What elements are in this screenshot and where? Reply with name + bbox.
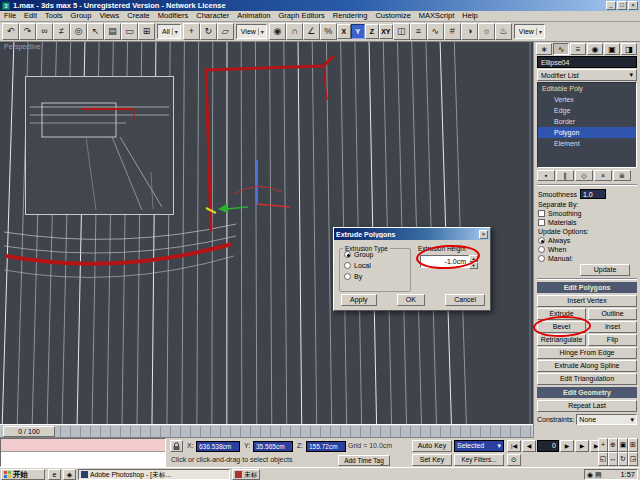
select-by-name-icon[interactable]: ▤ <box>104 23 121 40</box>
time-configuration-icon[interactable]: ⊙ <box>507 454 521 466</box>
ok-button[interactable]: OK <box>397 294 425 306</box>
axis-x-button[interactable]: X <box>337 24 351 39</box>
dialog-close-icon[interactable]: × <box>479 230 488 239</box>
tab-hierarchy-icon[interactable]: ≡ <box>570 43 586 55</box>
bind-to-space-warp-icon[interactable]: ◎ <box>70 23 87 40</box>
field-of-view-icon[interactable]: ◱ <box>598 452 608 466</box>
listener-script-line[interactable] <box>1 452 165 466</box>
viewport-label[interactable]: Perspective <box>4 43 41 50</box>
time-slider-track[interactable]: 0 / 100 <box>1 426 531 437</box>
radio-always[interactable] <box>538 237 545 244</box>
previous-frame-icon[interactable]: ◀ <box>522 440 536 452</box>
set-key-button[interactable]: Set Key <box>412 454 452 466</box>
y-coordinate-field[interactable]: 35.565cm <box>253 441 293 452</box>
redo-icon[interactable]: ↷ <box>19 23 36 40</box>
tab-utilities-icon[interactable]: ◨ <box>621 43 637 55</box>
reference-coordinate-dropdown[interactable]: View▾ <box>236 24 267 39</box>
dialog-radio-local[interactable] <box>344 262 351 269</box>
curve-editor-icon[interactable]: ∿ <box>427 23 444 40</box>
menu-edit[interactable]: Edit <box>20 11 41 21</box>
stack-item-vertex[interactable]: Vertex <box>538 94 636 105</box>
rectangular-selection-region-icon[interactable]: ▭ <box>121 23 138 40</box>
current-frame-field[interactable]: 0 <box>537 440 559 452</box>
configure-modifier-sets-icon[interactable]: ≣ <box>613 170 631 181</box>
window-crossing-toggle-icon[interactable]: ⊞ <box>138 23 155 40</box>
menu-customize[interactable]: Customize <box>371 11 414 21</box>
pin-stack-icon[interactable]: ▪ <box>537 170 555 181</box>
menu-views[interactable]: Views <box>95 11 123 21</box>
stack-item-border[interactable]: Border <box>538 116 636 127</box>
axis-xy-button[interactable]: XY <box>379 24 393 39</box>
quick-render-icon[interactable]: ♨ <box>495 23 512 40</box>
menu-rendering[interactable]: Rendering <box>329 11 372 21</box>
quick-launch-desktop-icon[interactable]: ◈ <box>63 469 76 480</box>
snap-toggle-icon[interactable]: ∩ <box>286 23 303 40</box>
select-and-move-icon[interactable]: + <box>183 23 200 40</box>
dialog-radio-by[interactable] <box>344 273 351 280</box>
menu-animation[interactable]: Animation <box>233 11 274 21</box>
schematic-view-icon[interactable]: # <box>444 23 461 40</box>
menu-create[interactable]: Create <box>123 11 154 21</box>
dialog-title-bar[interactable]: Extrude Polygons × <box>334 228 490 240</box>
material-editor-icon[interactable]: ◑ <box>461 23 478 40</box>
retriangulate-button[interactable]: Retriangulate <box>537 334 586 346</box>
outline-button[interactable]: Outline <box>588 308 637 320</box>
close-button[interactable]: × <box>628 1 638 10</box>
use-center-icon[interactable]: ◉ <box>269 23 286 40</box>
go-to-start-icon[interactable]: |◀ <box>507 440 521 452</box>
axis-y-button[interactable]: Y <box>351 24 365 39</box>
key-mode-dropdown[interactable]: Selected ▾ <box>454 440 504 452</box>
edit-triangulation-button[interactable]: Edit Triangulation <box>537 373 637 385</box>
make-unique-icon[interactable]: ◇ <box>575 170 593 181</box>
percent-snap-icon[interactable]: % <box>320 23 337 40</box>
render-type-dropdown[interactable]: View▾ <box>514 24 545 39</box>
tray-ime-icon[interactable]: ▤ <box>595 470 602 479</box>
tray-volume-icon[interactable]: ◉ <box>587 470 593 479</box>
pan-icon[interactable]: ↔ <box>608 452 618 466</box>
angle-snap-icon[interactable]: ∠ <box>303 23 320 40</box>
checkbox-materials[interactable] <box>538 219 545 226</box>
object-name-field[interactable]: Ellipse04 <box>537 56 637 68</box>
stack-item-editable-poly[interactable]: Editable Poly <box>538 83 636 94</box>
selection-lock-icon[interactable] <box>170 440 183 452</box>
select-and-link-icon[interactable]: ∞ <box>36 23 53 40</box>
undo-icon[interactable]: ↶ <box>2 23 19 40</box>
stack-item-polygon[interactable]: Polygon <box>538 127 636 138</box>
remove-modifier-icon[interactable]: × <box>594 170 612 181</box>
axis-z-button[interactable]: Z <box>365 24 379 39</box>
apply-button[interactable]: Apply <box>341 294 377 306</box>
radio-when[interactable] <box>538 246 545 253</box>
repeat-last-button[interactable]: Repeat Last <box>537 400 637 412</box>
insert-vertex-button[interactable]: Insert Vertex <box>537 295 637 307</box>
menu-graph-editors[interactable]: Graph Editors <box>275 11 329 21</box>
show-end-result-icon[interactable]: ∥ <box>556 170 574 181</box>
min-max-toggle-icon[interactable]: ◲ <box>628 452 638 466</box>
key-filters-button[interactable]: Key Filters... <box>454 454 504 466</box>
menu-help[interactable]: Help <box>458 11 481 21</box>
taskbar-task-1[interactable]: Adobe Photoshop - [未标... <box>78 469 230 480</box>
next-frame-icon[interactable]: ▶ <box>575 440 589 452</box>
tab-modify-icon[interactable]: ∿ <box>553 43 569 55</box>
dialog-radio-group[interactable] <box>344 251 351 258</box>
minimize-button[interactable]: _ <box>606 1 616 10</box>
quick-launch-ie-icon[interactable]: e <box>48 469 61 480</box>
modifier-list-dropdown[interactable]: Modifier List ▾ <box>537 69 637 81</box>
bevel-button[interactable]: Bevel <box>537 321 586 333</box>
radio-manual[interactable] <box>538 255 545 262</box>
constraints-dropdown[interactable]: None ▾ <box>576 414 637 425</box>
spinner-up-icon[interactable]: ▲ <box>469 255 478 262</box>
select-object-icon[interactable]: ↖ <box>87 23 104 40</box>
update-button[interactable]: Update <box>580 264 630 276</box>
tab-create-icon[interactable]: ∗ <box>536 43 552 55</box>
select-and-scale-icon[interactable]: ▱ <box>217 23 234 40</box>
spinner-down-icon[interactable]: ▼ <box>469 262 478 269</box>
auto-key-button[interactable]: Auto Key <box>412 440 452 452</box>
selection-filter-dropdown[interactable]: All▾ <box>157 24 181 39</box>
checkbox-smoothing[interactable] <box>538 210 545 217</box>
tab-motion-icon[interactable]: ◉ <box>587 43 603 55</box>
align-icon[interactable]: ≡ <box>410 23 427 40</box>
zoom-all-icon[interactable]: ⊕ <box>608 438 618 452</box>
maxscript-mini-listener[interactable] <box>0 438 166 467</box>
menu-modifiers[interactable]: Modifiers <box>154 11 192 21</box>
edit-geometry-header[interactable]: Edit Geometry <box>537 387 637 398</box>
